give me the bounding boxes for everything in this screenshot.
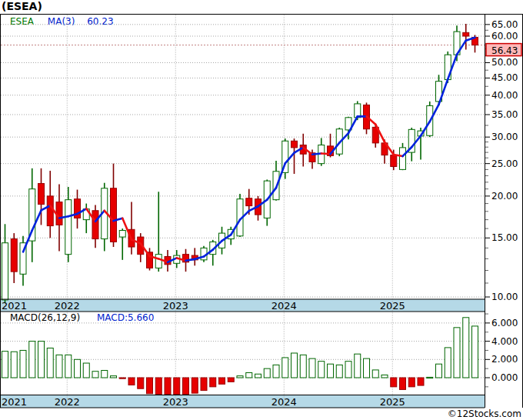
macd-bar xyxy=(147,378,153,394)
candle xyxy=(128,202,135,255)
year-label: 2022 xyxy=(55,396,80,408)
macd-tick-label: 6.000 xyxy=(491,318,518,328)
price-tick-label: 10.00 xyxy=(491,292,518,302)
macd-bar xyxy=(355,354,361,378)
price-tick-label: 40.00 xyxy=(491,90,518,101)
candle xyxy=(210,240,216,265)
macd-bar xyxy=(381,375,388,378)
date-bands xyxy=(0,299,485,408)
candle xyxy=(282,138,288,179)
year-label: 2022 xyxy=(55,300,80,312)
year-label: 2025 xyxy=(380,396,405,408)
price-tick-label: 25.00 xyxy=(491,158,518,169)
macd-bar xyxy=(165,378,171,395)
macd-bar xyxy=(291,353,298,378)
macd-bar xyxy=(427,377,433,378)
macd-bar xyxy=(92,372,98,378)
candle xyxy=(29,168,35,262)
macd-bar xyxy=(264,368,270,378)
candles-layer xyxy=(2,24,478,303)
year-label: 2025 xyxy=(380,300,405,312)
macd-bar xyxy=(454,328,460,378)
macd-bar xyxy=(219,378,225,384)
macd-bar xyxy=(463,318,469,378)
macd-bar xyxy=(138,378,144,388)
macd-bar xyxy=(201,378,207,391)
candle xyxy=(20,236,26,286)
year-label: 2024 xyxy=(271,396,297,408)
candle xyxy=(192,248,198,265)
current-price-label: 56.43 xyxy=(491,45,518,56)
macd-bar xyxy=(83,363,89,378)
price-tick-label: 60.00 xyxy=(491,31,518,42)
candle xyxy=(65,187,72,262)
year-label: 2023 xyxy=(163,300,188,312)
macd-bars xyxy=(2,318,478,395)
candle xyxy=(119,228,125,260)
macd-bar xyxy=(318,362,325,378)
macd-bar xyxy=(372,370,378,378)
macd-bar xyxy=(47,348,53,378)
current-price-marker: 56.43 xyxy=(486,44,521,56)
candle xyxy=(2,224,8,302)
macd-bar xyxy=(300,355,306,378)
macd-bar xyxy=(11,352,17,378)
macd-bar xyxy=(336,365,342,378)
macd-bar xyxy=(75,359,81,378)
price-tick-label: 20.00 xyxy=(491,191,518,202)
stock-chart-canvas: 65.0060.0050.0045.0040.0035.0030.0025.00… xyxy=(0,0,523,420)
macd-bar xyxy=(418,378,424,385)
year-label: 2021 xyxy=(2,396,27,408)
macd-bar xyxy=(183,378,189,395)
macd-bar xyxy=(56,355,62,378)
candle xyxy=(264,179,270,225)
price-tick-label: 65.00 xyxy=(491,19,518,30)
macd-bar xyxy=(400,378,406,389)
macd-bar xyxy=(237,376,243,378)
macd-bar xyxy=(255,374,262,378)
macd-bar xyxy=(155,378,162,395)
macd-bar xyxy=(102,371,108,378)
macd-bar xyxy=(228,378,234,382)
macd-bar xyxy=(210,378,216,387)
year-label: 2021 xyxy=(2,300,27,312)
macd-bar xyxy=(111,376,117,378)
macd-bar xyxy=(29,342,35,378)
macd-bar xyxy=(38,342,45,378)
macd-bar xyxy=(445,348,451,378)
macd-bar xyxy=(328,364,334,378)
macd-bar xyxy=(436,364,442,378)
macd-bar xyxy=(282,358,288,378)
candle xyxy=(11,233,17,283)
chart-window: (ESEA) ESEA MA(3) 60.23 MACD(26,12,9) MA… xyxy=(0,0,523,420)
macd-bar xyxy=(309,358,315,378)
macd-bar xyxy=(65,355,72,378)
candle xyxy=(237,194,243,237)
candle xyxy=(147,248,153,270)
macd-bar xyxy=(192,378,198,393)
macd-tick-label: 2.000 xyxy=(491,354,518,365)
price-tick-label: 30.00 xyxy=(491,132,518,142)
candle xyxy=(102,183,108,252)
macd-bar xyxy=(128,378,135,385)
price-axis: 65.0060.0050.0045.0040.0035.0030.0025.00… xyxy=(1,19,518,302)
candle xyxy=(75,190,81,229)
candle xyxy=(111,164,117,247)
macd-tick-label: 0.000 xyxy=(491,372,518,383)
macd-bar xyxy=(345,362,351,378)
macd-bar xyxy=(20,350,26,378)
macd-bar xyxy=(364,358,370,378)
macd-bar xyxy=(273,365,279,378)
macd-bar xyxy=(119,378,125,378)
price-tick-label: 15.00 xyxy=(491,232,518,243)
candle xyxy=(318,138,325,165)
price-tick-label: 45.00 xyxy=(491,72,518,83)
macd-bar xyxy=(174,378,180,395)
macd-tick-label: 4.000 xyxy=(491,336,518,347)
macd-bar xyxy=(391,378,397,387)
candle xyxy=(463,24,469,50)
candle xyxy=(47,171,53,238)
macd-bar xyxy=(472,326,478,378)
price-tick-label: 35.00 xyxy=(491,109,518,120)
year-label: 2024 xyxy=(271,300,297,312)
